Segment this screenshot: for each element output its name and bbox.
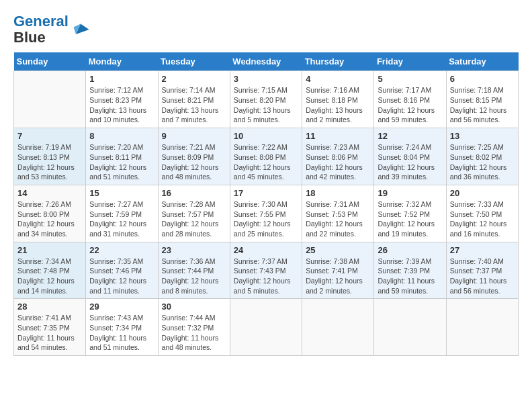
weekday-header-sunday: Sunday <box>14 52 86 71</box>
day-number: 16 <box>162 188 226 198</box>
calendar-week-4: 21Sunrise: 7:34 AMSunset: 7:48 PMDayligh… <box>14 242 519 299</box>
calendar-cell: 30Sunrise: 7:44 AMSunset: 7:32 PMDayligh… <box>158 299 230 356</box>
calendar-cell: 25Sunrise: 7:38 AMSunset: 7:41 PMDayligh… <box>302 242 374 299</box>
calendar-cell: 14Sunrise: 7:26 AMSunset: 8:00 PMDayligh… <box>14 185 86 242</box>
day-info: Sunrise: 7:17 AMSunset: 8:16 PMDaylight:… <box>378 85 442 125</box>
day-info: Sunrise: 7:35 AMSunset: 7:46 PMDaylight:… <box>89 257 154 296</box>
calendar-week-3: 14Sunrise: 7:26 AMSunset: 8:00 PMDayligh… <box>14 185 519 242</box>
logo-icon <box>71 20 90 39</box>
logo: GeneralBlue <box>13 13 90 46</box>
calendar-cell: 1Sunrise: 7:12 AMSunset: 8:23 PMDaylight… <box>86 71 158 128</box>
day-number: 12 <box>378 131 442 141</box>
day-number: 11 <box>306 131 370 141</box>
calendar-cell: 5Sunrise: 7:17 AMSunset: 8:16 PMDaylight… <box>374 71 446 128</box>
day-info: Sunrise: 7:40 AMSunset: 7:37 PMDaylight:… <box>450 257 515 296</box>
day-info: Sunrise: 7:36 AMSunset: 7:44 PMDaylight:… <box>162 257 226 296</box>
calendar-cell: 6Sunrise: 7:18 AMSunset: 8:15 PMDaylight… <box>446 71 518 128</box>
day-number: 4 <box>306 74 370 84</box>
calendar-week-2: 7Sunrise: 7:19 AMSunset: 8:13 PMDaylight… <box>14 128 519 185</box>
calendar-cell <box>14 71 86 128</box>
day-number: 21 <box>17 245 82 255</box>
day-number: 10 <box>234 131 298 141</box>
page-header: GeneralBlue <box>13 13 519 46</box>
day-info: Sunrise: 7:23 AMSunset: 8:06 PMDaylight:… <box>306 142 370 182</box>
day-info: Sunrise: 7:15 AMSunset: 8:20 PMDaylight:… <box>234 85 298 125</box>
day-info: Sunrise: 7:34 AMSunset: 7:48 PMDaylight:… <box>17 257 82 296</box>
calendar-week-1: 1Sunrise: 7:12 AMSunset: 8:23 PMDaylight… <box>14 71 519 128</box>
day-number: 19 <box>378 188 442 198</box>
day-number: 5 <box>378 74 442 84</box>
day-info: Sunrise: 7:43 AMSunset: 7:34 PMDaylight:… <box>89 313 154 353</box>
calendar-cell: 28Sunrise: 7:41 AMSunset: 7:35 PMDayligh… <box>14 299 86 356</box>
day-number: 17 <box>234 188 298 198</box>
calendar-cell: 10Sunrise: 7:22 AMSunset: 8:08 PMDayligh… <box>230 128 302 185</box>
day-info: Sunrise: 7:28 AMSunset: 7:57 PMDaylight:… <box>162 199 226 239</box>
day-number: 30 <box>162 302 226 312</box>
day-info: Sunrise: 7:12 AMSunset: 8:23 PMDaylight:… <box>89 85 154 125</box>
weekday-header-saturday: Saturday <box>446 52 518 71</box>
day-number: 14 <box>17 188 82 198</box>
calendar-cell: 18Sunrise: 7:31 AMSunset: 7:53 PMDayligh… <box>302 185 374 242</box>
weekday-header-friday: Friday <box>374 52 446 71</box>
day-number: 3 <box>234 74 298 84</box>
day-info: Sunrise: 7:32 AMSunset: 7:52 PMDaylight:… <box>378 199 442 239</box>
day-number: 7 <box>17 131 82 141</box>
day-info: Sunrise: 7:18 AMSunset: 8:15 PMDaylight:… <box>450 85 515 125</box>
day-number: 8 <box>89 131 154 141</box>
day-number: 18 <box>306 188 370 198</box>
calendar-cell: 9Sunrise: 7:21 AMSunset: 8:09 PMDaylight… <box>158 128 230 185</box>
calendar-cell: 12Sunrise: 7:24 AMSunset: 8:04 PMDayligh… <box>374 128 446 185</box>
calendar-cell: 29Sunrise: 7:43 AMSunset: 7:34 PMDayligh… <box>86 299 158 356</box>
weekday-header-tuesday: Tuesday <box>158 52 230 71</box>
day-info: Sunrise: 7:33 AMSunset: 7:50 PMDaylight:… <box>450 199 515 239</box>
day-number: 23 <box>162 245 226 255</box>
calendar-cell: 23Sunrise: 7:36 AMSunset: 7:44 PMDayligh… <box>158 242 230 299</box>
day-number: 20 <box>450 188 515 198</box>
day-info: Sunrise: 7:26 AMSunset: 8:00 PMDaylight:… <box>17 199 82 239</box>
day-info: Sunrise: 7:16 AMSunset: 8:18 PMDaylight:… <box>306 85 370 125</box>
day-info: Sunrise: 7:21 AMSunset: 8:09 PMDaylight:… <box>162 142 226 182</box>
day-info: Sunrise: 7:27 AMSunset: 7:59 PMDaylight:… <box>89 199 154 239</box>
calendar-cell: 8Sunrise: 7:20 AMSunset: 8:11 PMDaylight… <box>86 128 158 185</box>
calendar-cell: 16Sunrise: 7:28 AMSunset: 7:57 PMDayligh… <box>158 185 230 242</box>
calendar-cell <box>374 299 446 356</box>
day-info: Sunrise: 7:38 AMSunset: 7:41 PMDaylight:… <box>306 257 370 296</box>
day-number: 28 <box>17 302 82 312</box>
logo-text: GeneralBlue <box>13 13 69 46</box>
calendar-cell: 21Sunrise: 7:34 AMSunset: 7:48 PMDayligh… <box>14 242 86 299</box>
day-info: Sunrise: 7:14 AMSunset: 8:21 PMDaylight:… <box>162 85 226 125</box>
day-info: Sunrise: 7:22 AMSunset: 8:08 PMDaylight:… <box>234 142 298 182</box>
calendar-cell <box>302 299 374 356</box>
calendar-cell: 2Sunrise: 7:14 AMSunset: 8:21 PMDaylight… <box>158 71 230 128</box>
day-info: Sunrise: 7:31 AMSunset: 7:53 PMDaylight:… <box>306 199 370 239</box>
day-number: 6 <box>450 74 515 84</box>
calendar-cell: 19Sunrise: 7:32 AMSunset: 7:52 PMDayligh… <box>374 185 446 242</box>
calendar-cell: 17Sunrise: 7:30 AMSunset: 7:55 PMDayligh… <box>230 185 302 242</box>
calendar-cell: 7Sunrise: 7:19 AMSunset: 8:13 PMDaylight… <box>14 128 86 185</box>
calendar-cell: 3Sunrise: 7:15 AMSunset: 8:20 PMDaylight… <box>230 71 302 128</box>
day-number: 2 <box>162 74 226 84</box>
day-number: 9 <box>162 131 226 141</box>
day-info: Sunrise: 7:30 AMSunset: 7:55 PMDaylight:… <box>234 199 298 239</box>
day-number: 22 <box>89 245 154 255</box>
day-number: 29 <box>89 302 154 312</box>
calendar-cell: 22Sunrise: 7:35 AMSunset: 7:46 PMDayligh… <box>86 242 158 299</box>
day-number: 1 <box>89 74 154 84</box>
calendar-cell: 13Sunrise: 7:25 AMSunset: 8:02 PMDayligh… <box>446 128 518 185</box>
day-info: Sunrise: 7:24 AMSunset: 8:04 PMDaylight:… <box>378 142 442 182</box>
day-info: Sunrise: 7:44 AMSunset: 7:32 PMDaylight:… <box>162 313 226 353</box>
weekday-header-wednesday: Wednesday <box>230 52 302 71</box>
day-number: 13 <box>450 131 515 141</box>
calendar-cell <box>446 299 518 356</box>
weekday-header-thursday: Thursday <box>302 52 374 71</box>
calendar-table: SundayMondayTuesdayWednesdayThursdayFrid… <box>13 52 519 356</box>
calendar-cell: 27Sunrise: 7:40 AMSunset: 7:37 PMDayligh… <box>446 242 518 299</box>
day-number: 26 <box>378 245 442 255</box>
day-info: Sunrise: 7:37 AMSunset: 7:43 PMDaylight:… <box>234 257 298 296</box>
calendar-cell: 20Sunrise: 7:33 AMSunset: 7:50 PMDayligh… <box>446 185 518 242</box>
calendar-cell <box>230 299 302 356</box>
day-info: Sunrise: 7:19 AMSunset: 8:13 PMDaylight:… <box>17 142 82 182</box>
day-info: Sunrise: 7:25 AMSunset: 8:02 PMDaylight:… <box>450 142 515 182</box>
day-number: 27 <box>450 245 515 255</box>
day-number: 25 <box>306 245 370 255</box>
